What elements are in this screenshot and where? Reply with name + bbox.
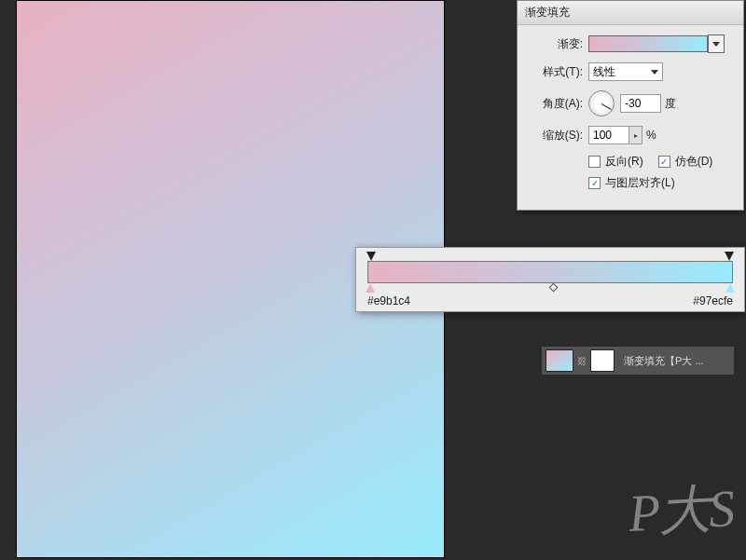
right-color-label: #97ecfe: [693, 294, 733, 307]
gradient-label: 渐变:: [531, 36, 583, 52]
dither-label: 仿色(D): [675, 154, 713, 170]
checkbox-icon: [588, 156, 601, 168]
link-icon: ⛓: [577, 356, 587, 365]
style-value: 线性: [593, 64, 615, 80]
layer-name: 渐变填充【P大 ...: [624, 354, 730, 368]
align-label: 与图层对齐(L): [605, 175, 675, 191]
layer-thumbnail[interactable]: [546, 349, 573, 372]
angle-row: 角度(A): -30 度: [531, 90, 730, 116]
align-checkbox[interactable]: ✓ 与图层对齐(L): [588, 175, 675, 191]
gradient-preview-swatch[interactable]: [588, 35, 708, 52]
opacity-stop-left[interactable]: [366, 252, 376, 261]
scale-input[interactable]: 100: [588, 126, 629, 144]
checkbox-icon: ✓: [588, 177, 601, 189]
gradient-editor: #e9b1c4 #97ecfe: [355, 247, 745, 312]
angle-wheel[interactable]: [588, 90, 615, 116]
angle-unit: 度: [665, 96, 676, 112]
gradient-color-labels: #e9b1c4 #97ecfe: [367, 294, 733, 307]
dialog-body: 渐变: 样式(T): 线性 角度(A): -30 度 缩放(S): 100 ▸ …: [518, 25, 743, 210]
scale-spinner[interactable]: ▸: [629, 126, 642, 144]
scale-label: 缩放(S):: [531, 128, 583, 143]
checkbox-row-1: 反向(R) ✓ 仿色(D): [531, 154, 730, 170]
style-select[interactable]: 线性: [588, 62, 663, 81]
chevron-down-icon: [712, 42, 720, 47]
gradient-row: 渐变:: [531, 34, 730, 53]
checkbox-row-2: ✓ 与图层对齐(L): [531, 175, 730, 191]
dither-checkbox[interactable]: ✓ 仿色(D): [658, 154, 713, 170]
style-row: 样式(T): 线性: [531, 62, 730, 81]
layer-row[interactable]: ⛓ 渐变填充【P大 ...: [542, 347, 734, 375]
style-label: 样式(T):: [531, 64, 583, 80]
layer-mask-thumbnail[interactable]: [590, 349, 615, 372]
color-stop-left[interactable]: [366, 283, 375, 293]
scale-row: 缩放(S): 100 ▸ %: [531, 126, 730, 144]
gradient-bar[interactable]: [367, 261, 733, 283]
angle-label: 角度(A):: [531, 96, 583, 112]
gradient-fill-dialog: 渐变填充 渐变: 样式(T): 线性 角度(A): -30 度 缩放(S): 1…: [517, 0, 744, 211]
reverse-label: 反向(R): [605, 154, 643, 170]
angle-input[interactable]: -30: [620, 94, 661, 113]
midpoint-diamond[interactable]: [549, 283, 559, 293]
left-color-label: #e9b1c4: [367, 294, 410, 307]
dialog-title: 渐变填充: [518, 1, 743, 25]
checkbox-icon: ✓: [658, 156, 670, 168]
scale-unit: %: [646, 129, 656, 142]
gradient-dropdown-button[interactable]: [708, 34, 725, 53]
chevron-down-icon: [651, 70, 658, 75]
watermark: P大S: [627, 473, 735, 550]
reverse-checkbox[interactable]: 反向(R): [588, 154, 643, 170]
opacity-stop-right[interactable]: [725, 252, 734, 261]
color-stop-right[interactable]: [725, 283, 735, 293]
